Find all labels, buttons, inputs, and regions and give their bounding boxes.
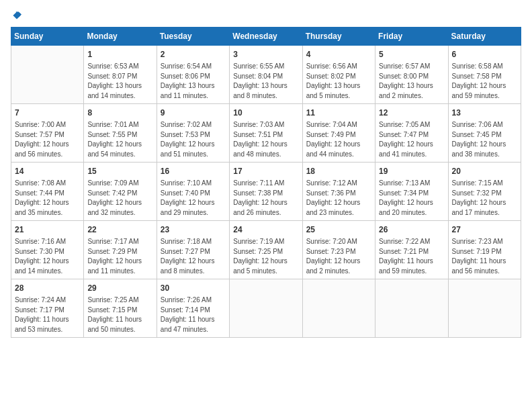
calendar-cell xyxy=(302,279,375,338)
day-header-monday: Monday xyxy=(84,28,157,46)
day-header-wednesday: Wednesday xyxy=(230,28,302,46)
calendar-cell: 6Sunrise: 6:58 AM Sunset: 7:58 PM Daylig… xyxy=(448,46,521,104)
day-number: 13 xyxy=(452,107,517,119)
day-info: Sunrise: 7:16 AM Sunset: 7:30 PM Dayligh… xyxy=(15,237,80,276)
day-number: 27 xyxy=(452,224,517,236)
page-header xyxy=(11,11,521,19)
calendar-cell: 14Sunrise: 7:08 AM Sunset: 7:44 PM Dayli… xyxy=(11,163,84,221)
day-info: Sunrise: 6:54 AM Sunset: 8:06 PM Dayligh… xyxy=(161,62,226,101)
calendar-cell: 11Sunrise: 7:04 AM Sunset: 7:49 PM Dayli… xyxy=(302,104,375,163)
day-number: 8 xyxy=(87,107,152,119)
calendar-table: SundayMondayTuesdayWednesdayThursdayFrid… xyxy=(11,27,521,338)
day-number: 5 xyxy=(379,48,444,60)
calendar-cell: 15Sunrise: 7:09 AM Sunset: 7:42 PM Dayli… xyxy=(84,163,157,221)
day-number: 18 xyxy=(306,165,371,177)
day-info: Sunrise: 7:18 AM Sunset: 7:27 PM Dayligh… xyxy=(161,237,226,276)
day-header-thursday: Thursday xyxy=(302,28,375,46)
day-info: Sunrise: 7:20 AM Sunset: 7:23 PM Dayligh… xyxy=(306,237,371,276)
day-info: Sunrise: 7:23 AM Sunset: 7:19 PM Dayligh… xyxy=(452,237,517,276)
calendar-cell: 9Sunrise: 7:02 AM Sunset: 7:53 PM Daylig… xyxy=(157,104,229,163)
calendar-cell: 2Sunrise: 6:54 AM Sunset: 8:06 PM Daylig… xyxy=(157,46,229,104)
day-number: 22 xyxy=(87,224,152,236)
day-number: 28 xyxy=(15,282,80,294)
day-number: 11 xyxy=(306,107,371,119)
calendar-cell: 8Sunrise: 7:01 AM Sunset: 7:55 PM Daylig… xyxy=(84,104,157,163)
day-info: Sunrise: 7:17 AM Sunset: 7:29 PM Dayligh… xyxy=(87,237,152,276)
calendar-cell: 4Sunrise: 6:56 AM Sunset: 8:02 PM Daylig… xyxy=(302,46,375,104)
day-number: 4 xyxy=(306,48,371,60)
day-info: Sunrise: 7:08 AM Sunset: 7:44 PM Dayligh… xyxy=(15,179,80,218)
day-header-saturday: Saturday xyxy=(448,28,521,46)
calendar-header: SundayMondayTuesdayWednesdayThursdayFrid… xyxy=(11,28,521,46)
day-number: 10 xyxy=(233,107,298,119)
day-info: Sunrise: 7:09 AM Sunset: 7:42 PM Dayligh… xyxy=(87,179,152,218)
day-info: Sunrise: 7:24 AM Sunset: 7:17 PM Dayligh… xyxy=(15,295,80,334)
day-info: Sunrise: 6:53 AM Sunset: 8:07 PM Dayligh… xyxy=(87,62,152,101)
day-info: Sunrise: 7:06 AM Sunset: 7:45 PM Dayligh… xyxy=(452,120,517,159)
calendar-cell: 25Sunrise: 7:20 AM Sunset: 7:23 PM Dayli… xyxy=(302,221,375,279)
calendar-cell: 5Sunrise: 6:57 AM Sunset: 8:00 PM Daylig… xyxy=(375,46,448,104)
calendar-cell: 24Sunrise: 7:19 AM Sunset: 7:25 PM Dayli… xyxy=(230,221,302,279)
day-info: Sunrise: 7:22 AM Sunset: 7:21 PM Dayligh… xyxy=(379,237,444,276)
calendar-cell: 20Sunrise: 7:15 AM Sunset: 7:32 PM Dayli… xyxy=(448,163,521,221)
day-info: Sunrise: 7:05 AM Sunset: 7:47 PM Dayligh… xyxy=(379,120,444,159)
day-number: 1 xyxy=(87,48,152,60)
calendar-cell: 21Sunrise: 7:16 AM Sunset: 7:30 PM Dayli… xyxy=(11,221,84,279)
calendar-cell xyxy=(448,279,521,338)
week-row-1: 1Sunrise: 6:53 AM Sunset: 8:07 PM Daylig… xyxy=(11,46,521,104)
logo-icon xyxy=(12,11,21,20)
calendar-cell: 1Sunrise: 6:53 AM Sunset: 8:07 PM Daylig… xyxy=(84,46,157,104)
day-info: Sunrise: 7:00 AM Sunset: 7:57 PM Dayligh… xyxy=(15,120,80,159)
day-info: Sunrise: 7:11 AM Sunset: 7:38 PM Dayligh… xyxy=(233,179,298,218)
day-info: Sunrise: 7:04 AM Sunset: 7:49 PM Dayligh… xyxy=(306,120,371,159)
day-number: 26 xyxy=(379,224,444,236)
day-number: 17 xyxy=(233,165,298,177)
day-info: Sunrise: 7:15 AM Sunset: 7:32 PM Dayligh… xyxy=(452,179,517,218)
day-number: 24 xyxy=(233,224,298,236)
calendar-cell: 26Sunrise: 7:22 AM Sunset: 7:21 PM Dayli… xyxy=(375,221,448,279)
day-header-friday: Friday xyxy=(375,28,448,46)
day-info: Sunrise: 7:26 AM Sunset: 7:14 PM Dayligh… xyxy=(161,295,226,334)
calendar-cell: 7Sunrise: 7:00 AM Sunset: 7:57 PM Daylig… xyxy=(11,104,84,163)
day-number: 19 xyxy=(379,165,444,177)
day-number: 3 xyxy=(233,48,298,60)
calendar-cell xyxy=(375,279,448,338)
day-header-sunday: Sunday xyxy=(11,28,84,46)
day-number: 29 xyxy=(87,282,152,294)
day-number: 2 xyxy=(161,48,226,60)
day-info: Sunrise: 6:55 AM Sunset: 8:04 PM Dayligh… xyxy=(233,62,298,101)
day-number: 30 xyxy=(161,282,226,294)
calendar-cell: 27Sunrise: 7:23 AM Sunset: 7:19 PM Dayli… xyxy=(448,221,521,279)
calendar-cell: 30Sunrise: 7:26 AM Sunset: 7:14 PM Dayli… xyxy=(157,279,229,338)
week-row-5: 28Sunrise: 7:24 AM Sunset: 7:17 PM Dayli… xyxy=(11,279,521,338)
day-info: Sunrise: 7:12 AM Sunset: 7:36 PM Dayligh… xyxy=(306,179,371,218)
logo xyxy=(11,11,21,19)
calendar-cell: 19Sunrise: 7:13 AM Sunset: 7:34 PM Dayli… xyxy=(375,163,448,221)
calendar-cell: 12Sunrise: 7:05 AM Sunset: 7:47 PM Dayli… xyxy=(375,104,448,163)
day-number: 6 xyxy=(452,48,517,60)
day-number: 14 xyxy=(15,165,80,177)
week-row-3: 14Sunrise: 7:08 AM Sunset: 7:44 PM Dayli… xyxy=(11,163,521,221)
day-info: Sunrise: 6:58 AM Sunset: 7:58 PM Dayligh… xyxy=(452,62,517,101)
day-info: Sunrise: 7:03 AM Sunset: 7:51 PM Dayligh… xyxy=(233,120,298,159)
day-number: 16 xyxy=(161,165,226,177)
day-info: Sunrise: 7:02 AM Sunset: 7:53 PM Dayligh… xyxy=(161,120,226,159)
day-info: Sunrise: 7:19 AM Sunset: 7:25 PM Dayligh… xyxy=(233,237,298,276)
day-number: 15 xyxy=(87,165,152,177)
day-number: 20 xyxy=(452,165,517,177)
day-info: Sunrise: 6:56 AM Sunset: 8:02 PM Dayligh… xyxy=(306,62,371,101)
day-number: 25 xyxy=(306,224,371,236)
week-row-2: 7Sunrise: 7:00 AM Sunset: 7:57 PM Daylig… xyxy=(11,104,521,163)
day-info: Sunrise: 6:57 AM Sunset: 8:00 PM Dayligh… xyxy=(379,62,444,101)
calendar-cell: 23Sunrise: 7:18 AM Sunset: 7:27 PM Dayli… xyxy=(157,221,229,279)
day-number: 21 xyxy=(15,224,80,236)
calendar-cell xyxy=(11,46,84,104)
day-number: 23 xyxy=(161,224,226,236)
day-number: 7 xyxy=(15,107,80,119)
day-info: Sunrise: 7:01 AM Sunset: 7:55 PM Dayligh… xyxy=(87,120,152,159)
day-info: Sunrise: 7:10 AM Sunset: 7:40 PM Dayligh… xyxy=(161,179,226,218)
calendar-cell: 13Sunrise: 7:06 AM Sunset: 7:45 PM Dayli… xyxy=(448,104,521,163)
calendar-cell: 3Sunrise: 6:55 AM Sunset: 8:04 PM Daylig… xyxy=(230,46,302,104)
day-info: Sunrise: 7:25 AM Sunset: 7:15 PM Dayligh… xyxy=(87,295,152,334)
day-header-tuesday: Tuesday xyxy=(157,28,229,46)
